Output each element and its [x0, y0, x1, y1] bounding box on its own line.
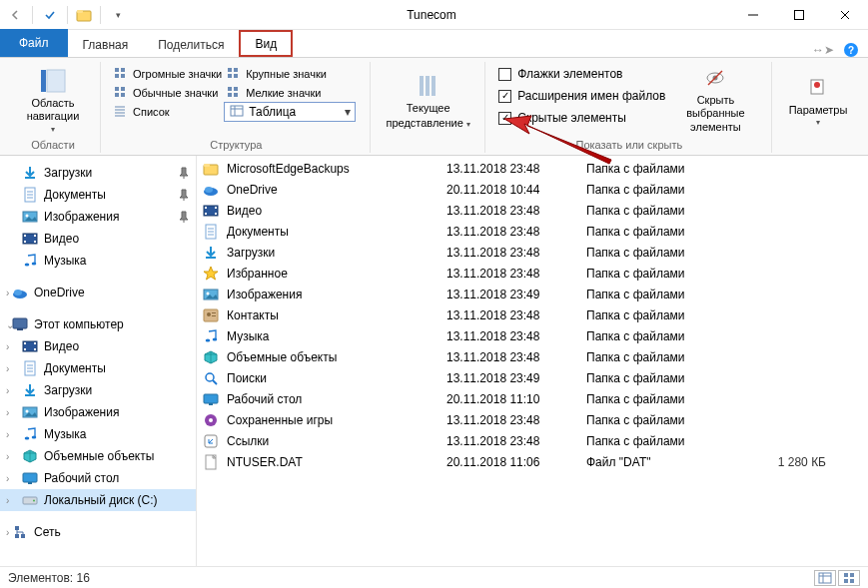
current-view-button[interactable]: Текущее представление ▾ [381, 72, 476, 129]
file-date: 13.11.2018 23:48 [446, 329, 586, 343]
file-date: 13.11.2018 23:48 [446, 308, 586, 322]
close-button[interactable] [822, 0, 868, 30]
file-name: Музыка [227, 329, 446, 343]
file-row[interactable]: Документы 13.11.2018 23:48 Папка с файла… [197, 221, 868, 242]
file-date: 13.11.2018 23:48 [446, 225, 586, 239]
tab-file[interactable]: Файл [0, 29, 68, 57]
layout-large[interactable]: Крупные значки [224, 64, 356, 83]
file-row[interactable]: OneDrive 20.11.2018 10:44 Папка с файлам… [197, 179, 868, 200]
nav-thispc[interactable]: ⌄Этот компьютер [0, 313, 196, 335]
minimize-button[interactable] [730, 0, 776, 30]
file-row[interactable]: Изображения 13.11.2018 23:49 Папка с фай… [197, 284, 868, 304]
help-icon[interactable]: ? [844, 43, 858, 57]
file-type: Папка с файлами [586, 392, 766, 406]
file-date: 13.11.2018 23:48 [446, 350, 586, 364]
layout-small[interactable]: Мелкие значки [224, 83, 356, 102]
qat-dropdown-icon[interactable]: ▾ [109, 6, 127, 24]
nav-network[interactable]: ›Сеть [0, 521, 196, 543]
nav-pc-music[interactable]: ›Музыка [0, 423, 196, 445]
nav-pane-label: Область навигации [14, 97, 92, 122]
file-row[interactable]: MicrosoftEdgeBackups 13.11.2018 23:48 Па… [197, 158, 868, 179]
file-row[interactable]: Поиски 13.11.2018 23:49 Папка с файлами [197, 367, 868, 388]
layout-normal[interactable]: Обычные значки [111, 83, 224, 102]
file-type: Папка с файлами [586, 413, 766, 427]
file-row[interactable]: Загрузки 13.11.2018 23:48 Папка с файлам… [197, 242, 868, 263]
collapse-ribbon-icon[interactable]: ↔➤ [812, 43, 834, 57]
file-name: Изображения [227, 288, 446, 301]
tab-view[interactable]: Вид [239, 30, 293, 57]
file-type: Папка с файлами [586, 288, 766, 301]
file-type: Папка с файлами [586, 162, 766, 176]
nav-pc-localc[interactable]: ›Локальный диск (C:) [0, 489, 196, 511]
options-button[interactable]: Параметры ▾ [782, 74, 854, 128]
file-name: Избранное [227, 267, 446, 281]
layout-list[interactable]: Список [111, 102, 224, 121]
titlebar: ▾ Tunecom [0, 0, 868, 30]
chk-hidden-items[interactable]: Скрытые элементы [498, 108, 665, 128]
file-row[interactable]: Избранное 13.11.2018 23:48 Папка с файла… [197, 263, 868, 284]
file-row[interactable]: NTUSER.DAT 20.11.2018 11:06 Файл "DAT" 1… [197, 451, 868, 472]
pin-icon [176, 189, 188, 201]
pin-icon [176, 211, 188, 223]
status-count: Элементов: 16 [8, 571, 90, 585]
file-date: 13.11.2018 23:48 [446, 204, 586, 218]
nav-onedrive[interactable]: ›OneDrive [0, 282, 196, 303]
ribbon: Область навигации ▾ Области Огромные зна… [0, 58, 868, 156]
onedrive-icon [203, 182, 219, 198]
file-type: Папка с файлами [586, 329, 766, 343]
nav-pictures[interactable]: Изображения [0, 206, 196, 228]
tab-home[interactable]: Главная [68, 32, 144, 57]
tab-share[interactable]: Поделиться [143, 32, 239, 57]
chk-extensions[interactable]: Расширения имен файлов [498, 86, 665, 106]
file-date: 13.11.2018 23:48 [446, 267, 586, 281]
file-name: Контакты [227, 308, 446, 322]
file-row[interactable]: Музыка 13.11.2018 23:48 Папка с файлами [197, 325, 868, 346]
chk-item-checkboxes[interactable]: Флажки элементов [498, 64, 665, 84]
file-date: 13.11.2018 23:49 [446, 371, 586, 385]
file-row[interactable]: Объемные объекты 13.11.2018 23:48 Папка … [197, 346, 868, 367]
view-icons-button[interactable] [838, 570, 860, 586]
file-size: 1 280 КБ [766, 455, 846, 469]
nav-pc-documents[interactable]: ›Документы [0, 357, 196, 379]
qat-back-icon[interactable] [6, 6, 24, 24]
hide-selected-button[interactable]: Скрыть выбранные элементы [671, 64, 759, 134]
file-date: 13.11.2018 23:49 [446, 288, 586, 301]
file-date: 20.11.2018 11:10 [446, 392, 586, 406]
nav-videos[interactable]: Видео [0, 228, 196, 250]
nav-pc-3d[interactable]: ›Объемные объекты [0, 445, 196, 467]
folder-icon [203, 161, 219, 177]
nav-music[interactable]: Музыка [0, 250, 196, 272]
qat-properties-icon[interactable] [41, 6, 59, 24]
file-row[interactable]: Ссылки 13.11.2018 23:48 Папка с файлами [197, 430, 868, 451]
nav-documents[interactable]: Документы [0, 184, 196, 206]
file-row[interactable]: Сохраненные игры 13.11.2018 23:48 Папка … [197, 409, 868, 430]
file-type: Папка с файлами [586, 183, 766, 197]
file-name: MicrosoftEdgeBackups [227, 162, 446, 176]
desktop-icon [203, 391, 219, 407]
nav-pc-videos[interactable]: ›Видео [0, 335, 196, 357]
nav-pane-button[interactable]: Область навигации ▾ [14, 67, 92, 133]
nav-pc-downloads[interactable]: ›Загрузки [0, 379, 196, 401]
file-type: Папка с файлами [586, 308, 766, 322]
file-type: Папка с файлами [586, 371, 766, 385]
content-area: Загрузки Документы Изображения Видео Муз… [0, 156, 868, 566]
file-row[interactable]: Контакты 13.11.2018 23:48 Папка с файлам… [197, 304, 868, 325]
file-type: Папка с файлами [586, 225, 766, 239]
pic-icon [203, 287, 219, 302]
nav-pc-desktop[interactable]: ›Рабочий стол [0, 467, 196, 489]
games-icon [203, 412, 219, 428]
maximize-button[interactable] [776, 0, 822, 30]
3d-icon [203, 349, 219, 365]
layout-huge[interactable]: Огромные значки [111, 64, 224, 83]
file-type: Папка с файлами [586, 204, 766, 218]
file-name: Поиски [227, 371, 446, 385]
nav-downloads[interactable]: Загрузки [0, 162, 196, 184]
layout-table[interactable]: Таблица▾ [224, 102, 356, 121]
file-row[interactable]: Видео 13.11.2018 23:48 Папка с файлами [197, 200, 868, 221]
file-type: Папка с файлами [586, 267, 766, 281]
file-name: Сохраненные игры [227, 413, 446, 427]
view-details-button[interactable] [814, 570, 836, 586]
file-row[interactable]: Рабочий стол 20.11.2018 11:10 Папка с фа… [197, 388, 868, 409]
nav-pc-pictures[interactable]: ›Изображения [0, 401, 196, 423]
file-list: MicrosoftEdgeBackups 13.11.2018 23:48 Па… [197, 156, 868, 566]
